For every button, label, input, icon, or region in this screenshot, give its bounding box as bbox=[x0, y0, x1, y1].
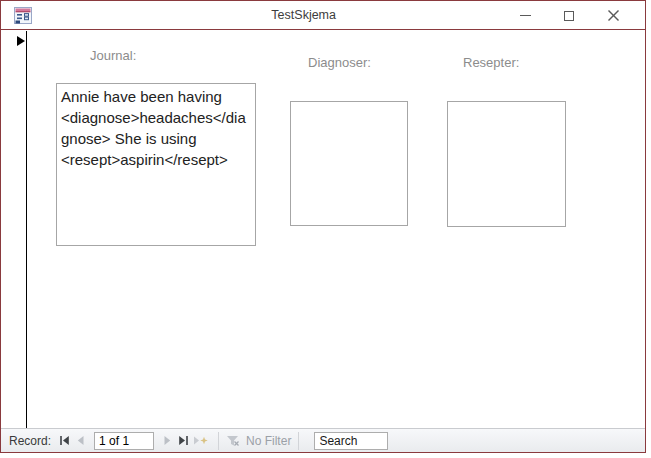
filter-status-label: No Filter bbox=[246, 434, 291, 448]
minimize-button[interactable] bbox=[503, 1, 547, 30]
close-icon bbox=[607, 9, 620, 22]
resepter-label: Resepter: bbox=[463, 55, 519, 70]
window-controls bbox=[503, 1, 635, 30]
record-selector-bar[interactable] bbox=[1, 31, 26, 428]
window: TestSkjema Journal: Diagnoser: Resepter:… bbox=[0, 0, 646, 453]
next-record-button[interactable] bbox=[159, 432, 175, 450]
search-input[interactable] bbox=[314, 432, 388, 450]
title-bar: TestSkjema bbox=[1, 1, 645, 30]
maximize-button[interactable] bbox=[547, 1, 591, 30]
previous-record-icon bbox=[75, 435, 87, 446]
journal-textbox[interactable]: Annie have been having <diagnose>headach… bbox=[56, 83, 256, 246]
minimize-icon bbox=[520, 15, 531, 17]
last-record-icon bbox=[177, 435, 189, 446]
first-record-button[interactable] bbox=[57, 432, 73, 450]
first-record-icon bbox=[59, 435, 71, 446]
new-record-icon bbox=[193, 435, 209, 446]
record-navigation-bar: Record: bbox=[1, 428, 645, 452]
record-label: Record: bbox=[9, 434, 51, 448]
navbar-separator bbox=[298, 432, 299, 450]
navbar-separator bbox=[218, 432, 219, 450]
last-record-button[interactable] bbox=[175, 432, 191, 450]
filter-status-button[interactable]: No Filter bbox=[226, 434, 291, 448]
diagnoser-listbox[interactable] bbox=[290, 101, 408, 226]
no-filter-icon bbox=[226, 435, 240, 447]
diagnoser-label: Diagnoser: bbox=[308, 55, 371, 70]
next-record-icon bbox=[161, 435, 173, 446]
record-selector-divider bbox=[26, 31, 27, 428]
page-title: TestSkjema bbox=[271, 8, 336, 22]
form-app-icon bbox=[14, 7, 32, 24]
maximize-icon bbox=[564, 11, 574, 21]
close-button[interactable] bbox=[591, 1, 635, 30]
resepter-listbox[interactable] bbox=[447, 101, 566, 227]
record-selector-arrow-icon bbox=[17, 36, 25, 46]
journal-label: Journal: bbox=[90, 48, 136, 63]
current-record-input[interactable] bbox=[94, 432, 154, 450]
previous-record-button[interactable] bbox=[73, 432, 89, 450]
new-record-button[interactable] bbox=[191, 432, 211, 450]
